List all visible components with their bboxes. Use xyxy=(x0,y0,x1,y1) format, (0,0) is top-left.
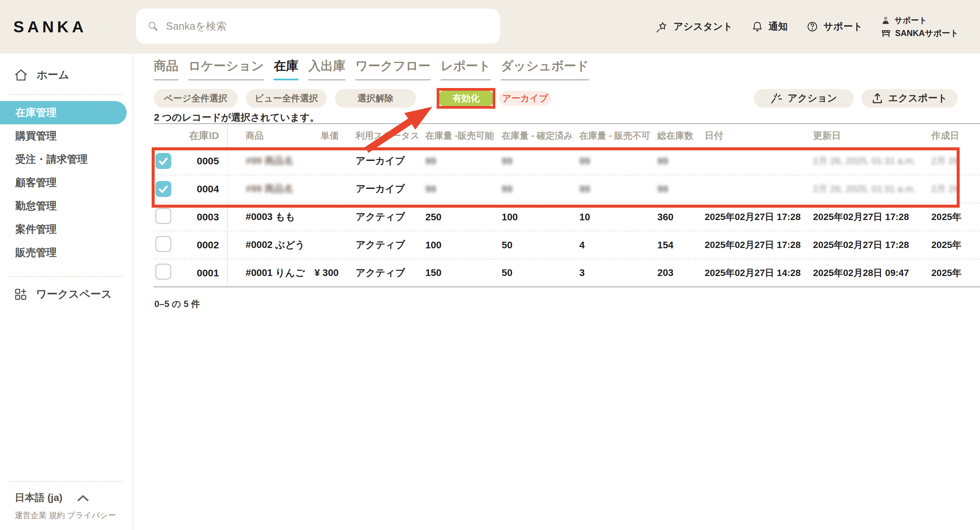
table-row[interactable]: 0001 #0001 りんご ¥ 300 アクティブ 150 50 3 203 … xyxy=(154,259,980,287)
table-row[interactable]: 0005 #99 商品名 アーカイブ 99 99 99 99 2月 26, 20… xyxy=(154,147,980,175)
selection-message: 2 つのレコードが選択されています。 xyxy=(154,111,319,124)
user-org: SANKAサポート xyxy=(895,28,959,39)
home-icon xyxy=(14,68,28,82)
actions-label: アクション xyxy=(788,92,837,105)
column-header-updated[interactable]: 更新日 xyxy=(810,129,929,142)
clear-selection-button[interactable]: 選択解除 xyxy=(335,89,416,108)
language-selector[interactable]: 日本語 (ja) xyxy=(0,491,133,505)
support-button[interactable]: サポート xyxy=(806,20,863,33)
cell-product[interactable]: #99 商品名 xyxy=(227,175,313,203)
cell-product[interactable]: #0002 ぶどう xyxy=(227,231,313,259)
sidebar-item-orders-invoicing[interactable]: 受注・請求管理 xyxy=(0,148,133,171)
search-input[interactable] xyxy=(166,20,488,32)
column-header-unit-price[interactable]: 単価 xyxy=(313,130,342,142)
cell-stock-id: 0003 xyxy=(173,211,227,223)
cell-updated: 2025年02月27日 17:28 xyxy=(810,239,929,251)
cell-committed: 50 xyxy=(500,240,579,251)
sidebar-divider xyxy=(10,276,123,277)
cell-status: アクティブ xyxy=(342,210,424,224)
tab-reports[interactable]: レポート xyxy=(441,58,491,80)
row-checkbox[interactable] xyxy=(155,208,171,224)
select-all-page-button[interactable]: ページ全件選択 xyxy=(154,89,238,108)
sidebar-item-home[interactable]: ホーム xyxy=(0,54,133,82)
notifications-label: 通知 xyxy=(768,20,788,33)
cell-total: 99 xyxy=(655,156,702,167)
column-header-available[interactable]: 在庫量 -販売可能 xyxy=(424,130,500,142)
cell-created: 2月 26 xyxy=(929,155,980,167)
cell-unsellable: 10 xyxy=(579,212,655,223)
tab-dashboard[interactable]: ダッシュボード xyxy=(501,58,589,80)
topbar: SANKA アシスタント 通知 xyxy=(0,0,980,53)
cell-unit-price: ¥ 300 xyxy=(313,267,342,279)
sidebar-item-workspace[interactable]: ワークスペース xyxy=(14,287,133,302)
tab-products[interactable]: 商品 xyxy=(154,58,178,80)
workspace-icon xyxy=(14,288,27,301)
user-menu[interactable]: サポート SANKAサポート xyxy=(881,15,959,39)
support-label: サポート xyxy=(823,20,863,33)
cell-total: 99 xyxy=(655,184,702,195)
tab-locations[interactable]: ロケーション xyxy=(188,58,264,80)
row-checkbox[interactable] xyxy=(155,153,171,169)
assistant-button[interactable]: アシスタント xyxy=(655,20,733,33)
table-body: 0005 #99 商品名 アーカイブ 99 99 99 99 2月 26, 20… xyxy=(154,147,980,287)
bell-icon xyxy=(751,20,764,33)
sidebar-item-purchasing[interactable]: 購買管理 xyxy=(0,124,133,148)
cell-committed: 100 xyxy=(500,212,579,223)
column-header-committed[interactable]: 在庫量 - 確定済み xyxy=(500,130,579,142)
sidebar-item-projects[interactable]: 案件管理 xyxy=(0,218,133,241)
column-header-date[interactable]: 日付 xyxy=(702,129,810,142)
column-header-status[interactable]: 利用ステータス xyxy=(342,130,424,142)
column-header-created[interactable]: 作成日 xyxy=(929,129,980,142)
global-search[interactable] xyxy=(136,9,500,44)
archive-button[interactable]: アーカイブ xyxy=(499,91,551,106)
column-header-unsellable[interactable]: 在庫量 - 販売不可 xyxy=(579,130,655,142)
table-row[interactable]: 0004 #99 商品名 アーカイブ 99 99 99 99 2月 26, 20… xyxy=(154,175,980,203)
cell-available: 99 xyxy=(424,156,500,167)
search-icon xyxy=(147,21,159,32)
table-row[interactable]: 0002 #0002 ぶどう アクティブ 100 50 4 154 2025年0… xyxy=(154,231,980,259)
checkmark-icon xyxy=(158,183,169,195)
footer-links[interactable]: 運営企業 規約 プライバシー xyxy=(0,505,133,520)
sidebar-home-label: ホーム xyxy=(37,68,69,82)
actions-button[interactable]: アクション xyxy=(754,89,854,108)
sidebar-item-sales[interactable]: 販売管理 xyxy=(0,241,133,264)
user-name: サポート xyxy=(894,15,927,25)
sidebar-nav: 在庫管理 購買管理 受注・請求管理 顧客管理 勤怠管理 案件管理 販売管理 xyxy=(0,101,133,264)
tab-inbound-outbound[interactable]: 入出庫 xyxy=(308,58,345,80)
record-count: 0–5 の 5 件 xyxy=(154,298,200,310)
export-label: エクスポート xyxy=(888,92,947,105)
sidebar-item-attendance[interactable]: 勤怠管理 xyxy=(0,194,133,218)
cell-status: アーカイブ xyxy=(342,182,424,196)
cell-product[interactable]: #0003 もも xyxy=(227,203,313,231)
notifications-button[interactable]: 通知 xyxy=(751,20,788,33)
cell-product[interactable]: #0001 りんご xyxy=(227,259,313,286)
cell-created: 2025年 xyxy=(929,239,980,251)
export-icon xyxy=(872,92,883,104)
row-checkbox[interactable] xyxy=(155,264,171,280)
tab-workflow[interactable]: ワークフロー xyxy=(355,58,430,80)
tab-stock[interactable]: 在庫 xyxy=(274,58,298,80)
sidebar-item-customers[interactable]: 顧客管理 xyxy=(0,171,133,194)
table-row[interactable]: 0003 #0003 もも アクティブ 250 100 10 360 2025年… xyxy=(154,203,980,231)
table-actions: アクション エクスポート xyxy=(754,88,958,109)
magic-wand-icon xyxy=(655,20,669,33)
sidebar: ホーム 在庫管理 購買管理 受注・請求管理 顧客管理 勤怠管理 案件管理 販売管… xyxy=(0,54,133,530)
cell-stock-id: 0002 xyxy=(173,239,227,251)
column-header-stock-id[interactable]: 在庫ID xyxy=(173,129,227,143)
assistant-label: アシスタント xyxy=(673,20,733,33)
inventory-table: 在庫ID 商品 単価 利用ステータス 在庫量 -販売可能 在庫量 - 確定済み … xyxy=(154,123,980,287)
sidebar-item-inventory[interactable]: 在庫管理 xyxy=(0,101,127,124)
activate-button[interactable]: 有効化 xyxy=(439,91,493,106)
cell-committed: 99 xyxy=(500,156,579,167)
select-all-view-button[interactable]: ビュー全件選択 xyxy=(246,89,327,108)
row-checkbox[interactable] xyxy=(155,181,171,197)
sanka-logo: SANKA xyxy=(13,18,87,36)
cell-status: アクティブ xyxy=(342,238,424,251)
row-checkbox[interactable] xyxy=(155,236,171,252)
cell-created: 2月 26 xyxy=(929,183,980,195)
column-header-product[interactable]: 商品 xyxy=(227,124,313,147)
cell-product[interactable]: #99 商品名 xyxy=(227,147,313,175)
column-header-total[interactable]: 総在庫数 xyxy=(655,130,702,142)
export-button[interactable]: エクスポート xyxy=(861,89,958,108)
cell-unsellable: 99 xyxy=(579,156,655,167)
